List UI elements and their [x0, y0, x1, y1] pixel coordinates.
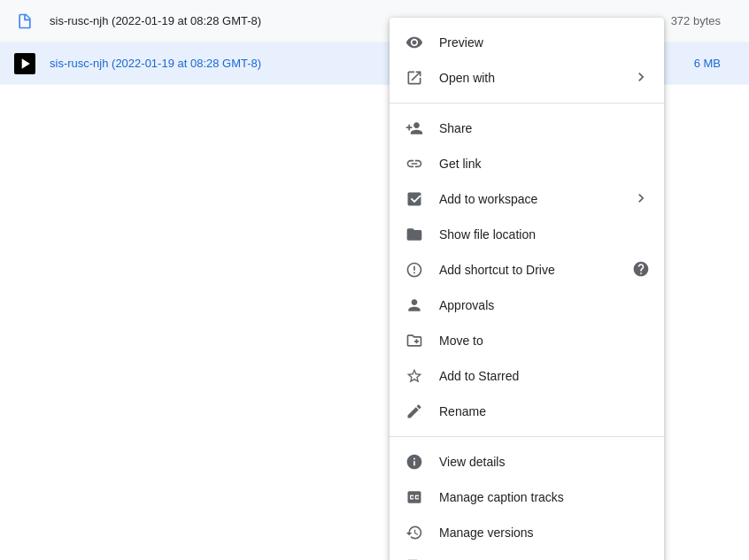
open-with-arrow-icon — [632, 68, 650, 88]
menu-item-view-details[interactable]: View details — [390, 444, 664, 479]
menu-item-add-starred[interactable]: Add to Starred — [390, 358, 664, 394]
star-icon — [404, 365, 425, 387]
folder-icon — [404, 224, 425, 245]
menu-item-open-with[interactable]: Open with — [390, 60, 664, 96]
move-icon — [404, 330, 425, 351]
menu-item-manage-captions[interactable]: Manage caption tracks — [390, 479, 664, 515]
rename-label: Rename — [439, 404, 650, 418]
add-workspace-icon — [404, 188, 425, 210]
add-workspace-label: Add to workspace — [439, 192, 632, 206]
info-icon — [404, 451, 425, 472]
menu-item-move-to[interactable]: Move to — [390, 323, 664, 358]
versions-icon — [404, 522, 425, 543]
menu-item-add-workspace[interactable]: Add to workspace — [390, 181, 664, 217]
menu-item-show-location[interactable]: Show file location — [390, 217, 664, 252]
menu-item-make-copy[interactable]: Make a copy — [390, 550, 664, 560]
open-with-icon — [404, 67, 425, 88]
show-location-label: Show file location — [439, 227, 650, 242]
preview-label: Preview — [439, 35, 650, 50]
add-shortcut-label: Add shortcut to Drive — [439, 263, 632, 277]
open-with-label: Open with — [439, 71, 632, 85]
view-details-label: View details — [439, 455, 650, 469]
context-menu: Preview Open with Share Get link Add to … — [390, 18, 664, 560]
video-icon — [14, 53, 35, 74]
doc-icon — [14, 11, 35, 32]
get-link-label: Get link — [439, 157, 650, 171]
menu-item-share[interactable]: Share — [390, 111, 664, 146]
add-starred-label: Add to Starred — [439, 369, 650, 383]
manage-captions-label: Manage caption tracks — [439, 490, 650, 504]
menu-item-preview[interactable]: Preview — [390, 25, 664, 60]
share-label: Share — [439, 121, 650, 135]
captions-icon — [404, 487, 425, 508]
approvals-icon — [404, 295, 425, 316]
svg-marker-0 — [22, 58, 30, 69]
share-icon — [404, 118, 425, 139]
shortcut-icon — [404, 259, 425, 280]
menu-item-get-link[interactable]: Get link — [390, 146, 664, 181]
rename-icon — [404, 401, 425, 422]
move-to-label: Move to — [439, 334, 650, 348]
preview-icon — [404, 32, 425, 53]
manage-versions-label: Manage versions — [439, 525, 650, 540]
help-icon — [632, 260, 650, 280]
divider-1 — [390, 103, 664, 104]
menu-item-add-shortcut[interactable]: Add shortcut to Drive — [390, 252, 664, 288]
divider-2 — [390, 436, 664, 437]
menu-item-approvals[interactable]: Approvals — [390, 288, 664, 323]
add-workspace-arrow-icon — [632, 189, 650, 210]
link-icon — [404, 153, 425, 174]
menu-item-rename[interactable]: Rename — [390, 394, 664, 429]
approvals-label: Approvals — [439, 298, 650, 312]
menu-item-manage-versions[interactable]: Manage versions — [390, 515, 664, 550]
